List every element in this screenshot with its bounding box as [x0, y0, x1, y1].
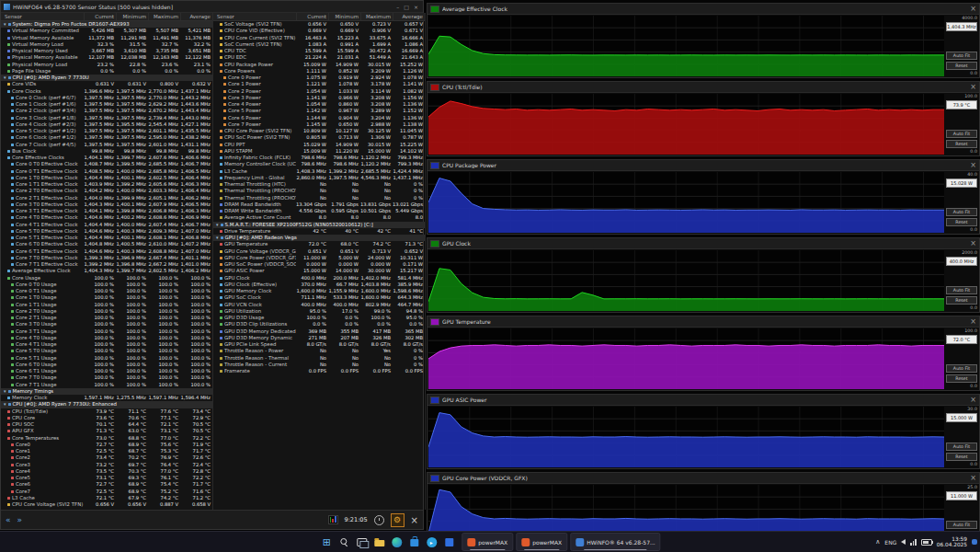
- sensor-row[interactable]: DRAM Write Bandwidth4.556 Gbps0.595 Gbps…: [213, 208, 425, 214]
- auto-fit-button[interactable]: Auto Fit: [946, 130, 977, 138]
- sensor-section[interactable]: ▾GPU [#0]: AMD Radeon Vega: [213, 235, 425, 241]
- sensor-row[interactable]: Core 4 T1 Effective Clock1,404.4 MHz1,40…: [1, 222, 212, 228]
- sensor-row[interactable]: Core172.5 °C68.7 °C75.3 °C71.7 °C: [1, 448, 212, 454]
- sensor-row[interactable]: Core 3 T0 Effective Clock1,404.3 MHz1,40…: [1, 201, 212, 208]
- sensor-row[interactable]: Core 7 T1 Effective Clock1,399.2 MHz1,39…: [1, 261, 212, 268]
- close-icon[interactable]: [970, 316, 976, 327]
- sensor-row[interactable]: CPU SoC Power (SVI2 TFN)0.805 W0.713 W1.…: [213, 134, 425, 141]
- sensor-row[interactable]: Core 4 T1 Usage100.0 %100.0 %100.0 %100.…: [1, 341, 212, 348]
- sensor-row[interactable]: CPU TDC15.599 A15.599 A30.472 A16.669 A: [213, 48, 425, 54]
- sensor-row[interactable]: Core 0 T0 Usage100.0 %100.0 %100.0 %100.…: [1, 282, 212, 288]
- reset-button[interactable]: Reset: [946, 374, 977, 383]
- sensor-row[interactable]: Core 2 T0 Usage100.0 %100.0 %100.0 %100.…: [1, 308, 212, 315]
- sensor-section[interactable]: ▾S.M.A.R.T.: FORESEE XP2100F512G (N3N053…: [213, 222, 425, 228]
- sensor-row[interactable]: Thermal Throttling (PROCHOT EXT)NoNoNo0 …: [213, 195, 425, 201]
- scroll-left-button[interactable]: [6, 511, 11, 529]
- collapse-icon[interactable]: ▾: [216, 235, 219, 241]
- maximize-icon[interactable]: [404, 4, 409, 10]
- collapse-icon[interactable]: ▾: [4, 75, 6, 81]
- sensor-row[interactable]: CPU Core VID (Effective)0.669 V0.669 V0.…: [213, 28, 425, 34]
- collapse-icon[interactable]: ▾: [4, 21, 6, 28]
- sensor-row[interactable]: Core Powers1.111 W0.852 W3.209 W1.126 W: [213, 68, 425, 75]
- sensor-row[interactable]: Core 5 T0 Effective Clock1,404.6 MHz1,40…: [1, 228, 212, 235]
- column-header-average[interactable]: Average: [393, 13, 425, 20]
- sensor-row[interactable]: APU GFX71.3 °C63.0 °C73.1 °C70.5 °C: [1, 428, 212, 434]
- sensor-row[interactable]: Core 7 T0 Usage100.0 %100.0 %100.0 %100.…: [1, 374, 212, 381]
- sensor-row[interactable]: Core 5 T1 Usage100.0 %100.0 %100.0 %100.…: [1, 355, 212, 362]
- graph-titlebar[interactable]: CPU Package Power: [427, 160, 979, 171]
- sensor-row[interactable]: Core 1 T1 Effective Clock1,403.9 MHz1,39…: [1, 181, 212, 188]
- sensor-row[interactable]: GPU D3D Clip Utilizations0.0 %0.0 %0.0 %…: [213, 321, 425, 328]
- sensor-row[interactable]: Core373.2 °C69.7 °C76.4 °C72.4 °C: [1, 462, 212, 468]
- column-header-minimum[interactable]: Minimum: [328, 13, 360, 20]
- sensor-row[interactable]: Core Clocks1,396.6 MHz1,397.5 MHz2,770.0…: [1, 88, 212, 95]
- task-view-button[interactable]: [354, 535, 369, 549]
- sensor-row[interactable]: Core 0 T1 Effective Clock1,408.5 MHz1,40…: [1, 168, 212, 175]
- sensor-row[interactable]: Core 3 T0 Usage100.0 %100.0 %100.0 %100.…: [1, 321, 212, 328]
- sensor-row[interactable]: CPU Core Current (SVI2 TFN)16.463 A15.22…: [213, 35, 425, 41]
- sensor-row[interactable]: Core 4 Clock (perf #2/3)1,397.5 MHz1,395…: [1, 121, 212, 128]
- sensor-row[interactable]: Core Usage100.0 %100.0 %100.0 %100.0 %: [1, 275, 212, 282]
- sensor-row[interactable]: SoC Current (SVI2 TFN)1.083 A0.991 A1.69…: [213, 41, 425, 48]
- close-icon[interactable]: [970, 395, 976, 405]
- sensor-row[interactable]: Memory Clock1,597.1 MHz1,275.5 MHz1,597.…: [1, 395, 212, 401]
- auto-fit-button[interactable]: Auto Fit: [946, 443, 977, 451]
- graph-titlebar[interactable]: GPU Clock: [427, 238, 979, 249]
- sensor-row[interactable]: Core 3 T1 Effective Clock1,404.1 MHz1,39…: [1, 208, 212, 214]
- sensor-row[interactable]: CPU (Tctl/Tdie)73.9 °C71.1 °C77.6 °C73.4…: [1, 408, 212, 415]
- auto-fit-button[interactable]: Auto Fit: [946, 286, 977, 294]
- auto-fit-button[interactable]: Auto Fit: [946, 521, 977, 529]
- sensor-row[interactable]: Thermal Throttling (PROCHOT CPU)NoNoNo0 …: [213, 188, 425, 194]
- sensor-row[interactable]: GPU Core Power (VDDCR_GFX)11.000 W5.000 …: [213, 255, 425, 261]
- sensor-row[interactable]: GPU SoC Power (VDDCR_SOC)0.000 W0.000 W0…: [213, 261, 425, 268]
- reset-button[interactable]: Reset: [946, 453, 977, 461]
- sensor-row[interactable]: Core 3 Clock (perf #1/8)1,397.5 MHz1,397…: [1, 115, 212, 121]
- sensor-row[interactable]: Core 6 T0 Effective Clock1,404.8 MHz1,40…: [1, 241, 212, 247]
- sensor-row[interactable]: GPU Utilization95.0 %17.0 %99.0 %94.8 %: [213, 308, 425, 315]
- settings-gear-button[interactable]: [391, 513, 405, 527]
- sensor-row[interactable]: Core 7 Clock (perf #4/5)1,397.5 MHz1,397…: [1, 142, 212, 148]
- sensor-row[interactable]: Core 2 Power1.054 W1.033 W3.114 W1.082 W: [213, 88, 425, 95]
- sensor-row[interactable]: Core672.7 °C68.9 °C75.4 °C71.7 °C: [1, 481, 212, 488]
- graph-titlebar[interactable]: Average Effective Clock: [427, 4, 979, 15]
- collapse-icon[interactable]: ▾: [216, 222, 219, 228]
- close-icon[interactable]: [970, 160, 976, 170]
- close-icon[interactable]: [970, 473, 976, 483]
- sensor-row[interactable]: Physical Memory Used3,667 MB3,610 MB3,73…: [1, 48, 212, 54]
- column-header-minimum[interactable]: Minimum: [116, 13, 148, 20]
- reset-button[interactable]: Reset: [946, 218, 977, 226]
- sensor-row[interactable]: Core 2 T0 Effective Clock1,404.2 MHz1,40…: [1, 188, 212, 194]
- column-header-sensor[interactable]: Sensor: [213, 13, 296, 20]
- column-header-sensor[interactable]: Sensor: [1, 13, 84, 20]
- column-header-current[interactable]: Current: [84, 13, 116, 20]
- sensor-row[interactable]: Core 3 Power1.141 W0.966 W3.208 W1.156 W: [213, 95, 425, 101]
- scroll-right-button[interactable]: [17, 511, 23, 529]
- sensor-row[interactable]: Core 1 Clock (perf #1/6)1,397.5 MHz1,397…: [1, 101, 212, 108]
- sensor-row[interactable]: Core VIDs0.631 V0.631 V0.800 V0.632 V: [1, 81, 212, 87]
- sensor-row[interactable]: GPU Temperature72.0 °C68.0 °C74.2 °C71.3…: [213, 241, 425, 247]
- file-explorer-button[interactable]: [371, 535, 386, 549]
- clock-icon[interactable]: [374, 515, 384, 525]
- sensor-row[interactable]: Thermal Throttling (HTC)NoNoNo0 %: [213, 181, 425, 188]
- sensor-row[interactable]: Core 0 Clock (perf #6/7)1,397.5 MHz1,397…: [1, 95, 212, 101]
- sensor-row[interactable]: DRAM Read Bandwidth13.304 Gbps1.791 Gbps…: [213, 201, 425, 208]
- sensor-row[interactable]: CPU EDC21.224 A21.031 A51.449 A21.643 A: [213, 54, 425, 61]
- sensor-row[interactable]: CPU SOC70.1 °C64.4 °C72.1 °C70.5 °C: [1, 421, 212, 428]
- sensor-row[interactable]: GPU ASIC Power15.000 W14.000 W30.000 W15…: [213, 268, 425, 274]
- sensor-row[interactable]: Page File Usage0.0 %0.0 %0.0 %0.0 %: [1, 68, 212, 75]
- sensor-row[interactable]: Core 6 Power1.144 W0.904 W3.204 W1.136 W: [213, 115, 425, 121]
- sensor-row[interactable]: CPU Core Voltage (SVI2 TFN)0.656 V0.656 …: [1, 501, 212, 508]
- taskbar-app-button[interactable]: HWiNFO® 64 v6.28-57...: [570, 533, 661, 551]
- sensor-row[interactable]: CPU Package Power15.009 W14.909 W30.015 …: [213, 62, 425, 68]
- sensor-row[interactable]: Core 4 T0 Usage100.0 %100.0 %100.0 %100.…: [1, 335, 212, 341]
- graph-titlebar[interactable]: CPU (Tctl/Tdie): [427, 82, 979, 93]
- sensor-row[interactable]: Core 0 T1 Usage100.0 %100.0 %100.0 %100.…: [1, 288, 212, 294]
- sensor-row[interactable]: Core 5 Clock (perf #1/2)1,397.5 MHz1,397…: [1, 128, 212, 134]
- auto-fit-button[interactable]: Auto Fit: [946, 52, 977, 60]
- sensor-row[interactable]: CPU Core73.6 °C70.6 °C77.1 °C72.9 °C: [1, 415, 212, 421]
- reset-button[interactable]: Reset: [946, 62, 977, 70]
- sensor-row[interactable]: GPU D3D Memory Dynamic271 MB207 MB326 MB…: [213, 335, 425, 341]
- sensor-row[interactable]: L3 Cache1,408.3 MHz1,399.2 MHz2,685.5 MH…: [213, 168, 425, 175]
- telegram-button[interactable]: [424, 535, 439, 549]
- taskbar-app-button[interactable]: powerMAX: [516, 533, 567, 551]
